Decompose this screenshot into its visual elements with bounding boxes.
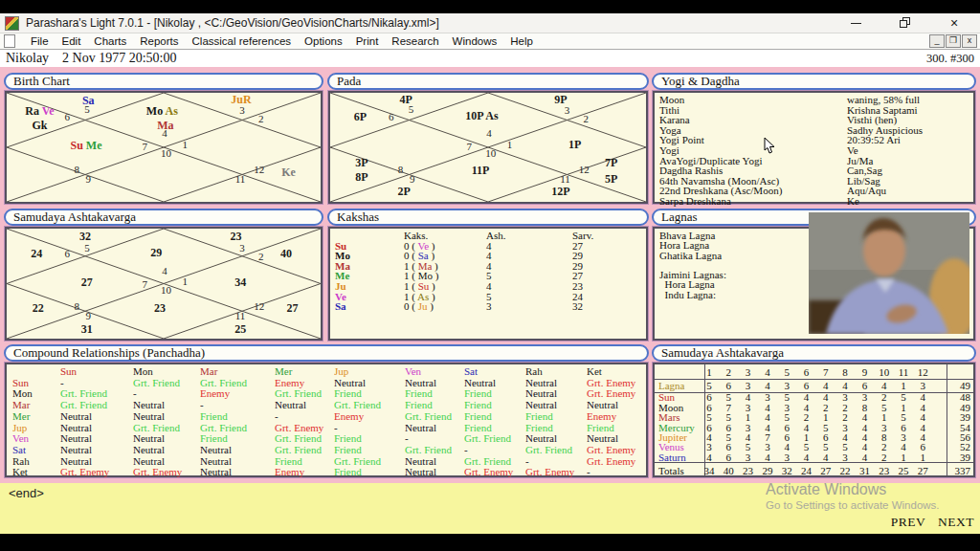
panel-title-compound[interactable]: Compound Relationships (Panchadha) (4, 344, 649, 362)
menu-item-print[interactable]: Print (349, 35, 386, 47)
chart-label: 27 (286, 300, 298, 315)
panel-title-birth-chart[interactable]: Birth Chart (4, 73, 323, 90)
chart-label: Ke (281, 165, 296, 180)
minimize-button[interactable] (850, 17, 862, 30)
house-number-6: 6 (65, 248, 71, 259)
panel-title-kakshas[interactable]: Kakshas (327, 209, 649, 226)
table-cell: 31 (855, 465, 874, 476)
table-cell: 6 (855, 380, 874, 391)
menu-item-options[interactable]: Options (298, 35, 349, 47)
table-cell: 29 (758, 465, 777, 476)
table-cell: 3 (739, 452, 758, 463)
chart-label: 24 (31, 247, 42, 261)
table-cell: 4 (700, 452, 719, 463)
compound-relationships-table: SunMonMarMerJupVenSatRahKetSun-Grt. Frie… (7, 364, 646, 475)
house-number-12: 12 (579, 164, 590, 175)
menu-item-charts[interactable]: Charts (87, 35, 133, 47)
close-button[interactable]: × (947, 17, 961, 30)
house-number-8: 8 (74, 164, 79, 175)
kakshas-table: Kaks.Ash.Sarv.Su0 ( Ve )427Mo0 ( Sa )429… (330, 229, 646, 339)
compound-row-ket: KetGrt. EnemyGrt. EnemyNeutralEnemyFrien… (12, 467, 646, 478)
house-number-1: 1 (183, 139, 189, 150)
mouse-cursor (764, 138, 777, 159)
yogi-row: Moonwaning, 58% full (659, 95, 969, 105)
table-cell: 24 (797, 465, 816, 476)
mdi-restore-button[interactable]: ❐ (946, 34, 961, 48)
app-window: Parashara's Light 7.0.1 - [Nikolay , <C:… (0, 0, 980, 551)
chart-person-name: Nikolay (6, 51, 49, 66)
house-number-10: 10 (485, 147, 496, 159)
menu-item-file[interactable]: File (24, 35, 56, 47)
mdi-close-button[interactable]: x (962, 34, 977, 48)
column-header-6: 6 (797, 366, 816, 378)
maximize-button[interactable] (899, 17, 911, 30)
compound-row-sat: SatNeutralNeutralNeutralGrt. FriendFrien… (12, 445, 646, 456)
panel-title-text: Kakshas (337, 209, 379, 224)
prev-button[interactable]: PREV (891, 515, 925, 529)
compound-row-jup: JupNeutralGrt. FriendGrt. FriendGrt. Ene… (12, 423, 646, 434)
menu-item-edit[interactable]: Edit (56, 35, 88, 47)
menu-item-reports[interactable]: Reports (133, 35, 185, 47)
row-label-totals: Totals (658, 465, 684, 476)
menu-item-classical-references[interactable]: Classical references (186, 35, 299, 47)
panel-title-samudaya-table[interactable]: Samudaya Ashtakavarga (652, 344, 976, 362)
table-cell: 4 (875, 380, 894, 391)
column-header-7: 7 (816, 366, 835, 378)
panel-title-text: Yogi & Dagdha (661, 74, 740, 88)
pager: PREV NEXT (882, 515, 974, 530)
panel-title-yogi-dagdha[interactable]: Yogi & Dagdha (652, 73, 976, 90)
menu-bar: FileEditChartsReportsClassical reference… (0, 33, 980, 50)
column-header-3: 3 (739, 366, 758, 378)
house-number-7: 7 (466, 141, 472, 152)
menu-item-windows[interactable]: Windows (446, 35, 504, 47)
chart-label: Mo As (146, 104, 178, 119)
samudaya-ashtakavarga-diagram[interactable]: 563247101891112322429234027342231232527 (5, 227, 323, 341)
column-header-10: 10 (875, 366, 894, 378)
yogi-row: Sarpa DreshkanaKe (659, 196, 969, 207)
house-number-12: 12 (254, 300, 264, 312)
compound-row-mer: MerNeutralNeutralFriend-EnemyGrt. Friend… (12, 411, 646, 423)
app-icon (5, 16, 19, 31)
end-marker: <end> (9, 486, 44, 500)
chart-label: 2P (398, 184, 411, 198)
document-icon[interactable] (4, 34, 15, 48)
compound-row-ven: VenNeutralNeutralFriendGrt. FriendFriend… (12, 433, 646, 445)
table-cell: 4 (797, 452, 816, 463)
table-cell: 25 (894, 465, 913, 476)
chart-label: 23 (230, 230, 241, 244)
compound-row-mon: MonGrt. Friend-EnemyGrt. FriendFriendFri… (12, 388, 646, 400)
table-cell: 6 (797, 380, 816, 391)
chart-label: 9P (554, 92, 567, 106)
column-header-8: 8 (835, 366, 855, 378)
panel-title-samudaya-chart[interactable]: Samudaya Ashtakavarga (4, 209, 323, 226)
panel-title-text: Compound Relationships (Panchadha) (13, 345, 205, 360)
house-number-7: 7 (143, 278, 148, 290)
next-button[interactable]: NEXT (938, 515, 974, 529)
table-cell: 22 (835, 465, 855, 476)
pada-chart-diagram[interactable]: 5632471018911124P6P10P As9P1P3P8P2P11P12… (328, 91, 648, 204)
chart-label: 22 (33, 300, 44, 315)
house-number-11: 11 (235, 310, 246, 321)
table-cell: 3 (835, 452, 855, 463)
menu-item-help[interactable]: Help (503, 35, 540, 47)
panel-title-pada[interactable]: Pada (327, 73, 649, 90)
mdi-window-controls: _❐x (929, 34, 980, 48)
table-cell: 4 (816, 452, 835, 463)
birth-chart-diagram[interactable]: 563247101891112SaRa VeGkMo AsMaJuRSu MeK… (5, 91, 323, 204)
column-header-4: 4 (758, 366, 777, 378)
yogi-row: KaranaVisthi (hen) (659, 115, 969, 125)
chart-label: 27 (81, 276, 93, 290)
yogi-row: YogaSadhy Auspicious (659, 125, 969, 136)
panel-title-text: Samudaya Ashtakavarga (661, 345, 784, 360)
column-header-5: 5 (777, 366, 796, 378)
house-number-11: 11 (235, 173, 246, 185)
column-header-9: 9 (855, 366, 874, 378)
row-total-saturn: 39 (942, 452, 970, 463)
house-number-9: 9 (86, 310, 92, 321)
table-cell: 32 (777, 465, 796, 476)
table-cell: 23 (739, 465, 758, 476)
panel-compound-relationships: Compound Relationships (Panchadha) SunMo… (4, 344, 649, 477)
menu-item-research[interactable]: Research (385, 35, 445, 47)
mdi-minimize-button[interactable]: _ (929, 34, 945, 48)
table-cell: 4 (758, 452, 777, 463)
